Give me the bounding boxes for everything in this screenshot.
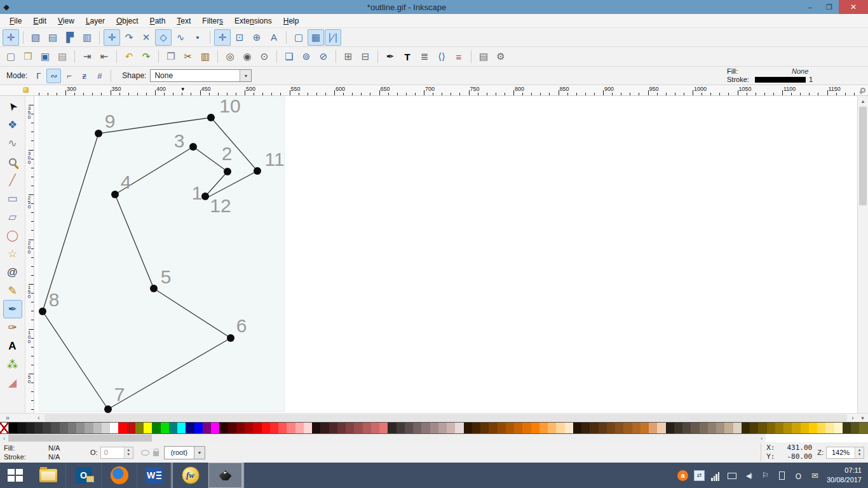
palette-swatch-73[interactable] (615, 423, 623, 433)
palette-swatch-11[interactable] (93, 423, 102, 433)
snap-grid[interactable]: ▦ (308, 29, 324, 46)
duplicate[interactable]: ❑ (281, 48, 297, 65)
layer-lock-icon[interactable] (153, 451, 159, 456)
palette-swatch-101[interactable] (851, 423, 859, 433)
display-tray-icon[interactable] (727, 470, 738, 481)
menu-text[interactable]: Text (171, 15, 196, 27)
palette-swatch-89[interactable] (750, 423, 758, 433)
palette-swatch-16[interactable] (135, 423, 144, 433)
palette-swatch-56[interactable] (472, 423, 480, 433)
palette-swatch-97[interactable] (817, 423, 825, 433)
restore-button[interactable]: ❐ (820, 0, 839, 14)
box3d-tool[interactable]: ▱ (3, 208, 22, 226)
print-document[interactable]: ▤ (54, 48, 71, 65)
zoom-selection[interactable]: ◎ (222, 48, 238, 65)
snap-cusp-nodes[interactable]: ◇ (155, 29, 172, 46)
snap-smooth-nodes[interactable]: ∿ (172, 29, 189, 46)
menu-file[interactable]: File (4, 15, 27, 27)
eraser-tool[interactable]: ◢ (3, 374, 22, 392)
close-button[interactable]: ✕ (839, 0, 868, 14)
palette-scroll-thumb[interactable] (8, 435, 152, 442)
zoom-value[interactable]: 142% (827, 447, 855, 458)
palette-swatch-81[interactable] (682, 423, 691, 433)
palette-swatch-22[interactable] (186, 423, 194, 433)
scroll-right-arrow[interactable]: › (848, 414, 857, 422)
mode-curve[interactable]: ⌐ (62, 69, 76, 83)
start-button[interactable] (0, 463, 31, 488)
pencil-tool[interactable]: ✎ (3, 281, 22, 300)
palette-swatch-94[interactable] (792, 423, 800, 433)
palette-swatch-20[interactable] (169, 423, 177, 433)
shape-dropdown-arrow[interactable]: ▾ (240, 70, 251, 81)
palette-scroll-left[interactable]: ‹ (0, 435, 8, 442)
snap-midpoints[interactable]: • (189, 29, 206, 46)
palette-swatch-21[interactable] (177, 423, 186, 433)
zoom-spinbox[interactable]: 142% ▲▼ (826, 447, 864, 459)
toolbox-overflow-chevrons[interactable]: » (6, 414, 10, 421)
unlink-clone[interactable]: ⊘ (315, 48, 332, 65)
measure-tool[interactable]: ╱ (3, 171, 22, 189)
open-document[interactable]: ❒ (20, 48, 36, 65)
menu-layer[interactable]: Layer (80, 15, 111, 27)
palette-swatch-67[interactable] (565, 423, 573, 433)
palette-swatch-83[interactable] (700, 423, 708, 433)
path-node-dot-6[interactable] (227, 334, 234, 342)
network-tray-icon[interactable] (710, 470, 721, 481)
snap-nodes[interactable]: ✛ (104, 29, 120, 46)
palette-swatch-54[interactable] (455, 423, 463, 433)
palette-swatch-10[interactable] (85, 423, 93, 433)
palette-swatch-53[interactable] (447, 423, 455, 433)
palette-swatch-5[interactable] (43, 423, 51, 433)
palette-swatch-63[interactable] (531, 423, 539, 433)
redo[interactable]: ↷ (138, 48, 154, 65)
path-node-dot-1[interactable] (201, 193, 209, 200)
snap-object-centers[interactable]: ⊡ (231, 29, 248, 46)
palette-swatch-61[interactable] (514, 423, 522, 433)
palette-swatch-40[interactable] (337, 423, 346, 433)
palette-swatch-93[interactable] (783, 423, 792, 433)
path-node-dot-8[interactable] (39, 308, 46, 315)
layer-selector[interactable]: (root) ▾ (164, 446, 205, 459)
layer-dropdown-arrow[interactable]: ▾ (194, 447, 205, 459)
path-node-dot-10[interactable] (207, 114, 215, 121)
ime-tray-icon[interactable]: ⇄ (694, 470, 705, 481)
document-properties[interactable]: ▤ (475, 48, 492, 65)
palette-swatch-95[interactable] (801, 423, 809, 433)
palette-swatch-98[interactable] (825, 423, 834, 433)
stroke-color-swatch[interactable] (755, 77, 806, 83)
palette-swatch-18[interactable] (152, 423, 160, 433)
palette-swatch-91[interactable] (767, 423, 775, 433)
snap-intersections[interactable]: ✕ (138, 29, 154, 46)
xml-editor[interactable]: ⟨⟩ (433, 48, 450, 65)
path-node-dot-7[interactable] (104, 405, 112, 413)
calligraphy-tool[interactable]: ✑ (3, 318, 22, 337)
palette-swatch-27[interactable] (228, 423, 236, 433)
v-ruler[interactable]: 3 5 03 0 02 5 02 0 01 5 01 0 05 0 (25, 96, 34, 413)
snap-others[interactable]: ✛ (214, 29, 231, 46)
palette-swatch-42[interactable] (354, 423, 362, 433)
palette-swatch-38[interactable] (320, 423, 329, 433)
zoom-drawing[interactable]: ◉ (239, 48, 255, 65)
menu-edit[interactable]: Edit (27, 15, 52, 27)
palette-swatch-66[interactable] (556, 423, 564, 433)
palette-swatch-1[interactable] (9, 423, 17, 433)
align-distribute[interactable]: ≡ (451, 48, 467, 65)
palette-swatch-82[interactable] (691, 423, 699, 433)
palette-swatch-6[interactable] (51, 423, 59, 433)
horizontal-scroll-thumb[interactable] (44, 414, 847, 421)
copy[interactable]: ❐ (163, 48, 179, 65)
palette-swatch-49[interactable] (413, 423, 421, 433)
palette-swatch-24[interactable] (203, 423, 211, 433)
palette-scrollbar[interactable]: ‹ › (0, 434, 766, 442)
text-tool[interactable]: A (3, 337, 22, 355)
node-tool[interactable]: ❖ (3, 116, 22, 134)
palette-swatch-69[interactable] (581, 423, 590, 433)
palette-swatch-59[interactable] (498, 423, 506, 433)
palette-swatch-85[interactable] (716, 423, 724, 433)
palette-swatch-45[interactable] (379, 423, 388, 433)
palette-swatch-68[interactable] (573, 423, 581, 433)
toolbox-overflow[interactable]: » (0, 414, 34, 422)
menu-object[interactable]: Object (111, 15, 144, 27)
palette-swatch-13[interactable] (110, 423, 118, 433)
fill-value[interactable]: None (792, 67, 808, 76)
